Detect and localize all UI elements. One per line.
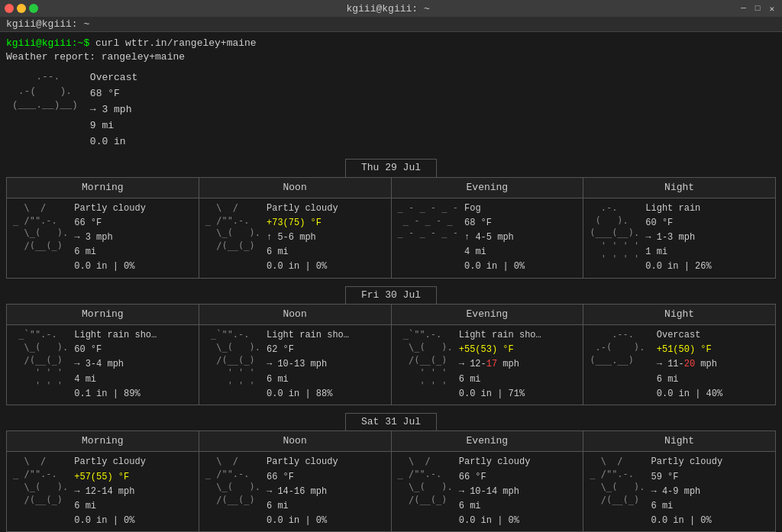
- period-header: Night: [583, 431, 776, 452]
- forecast-temp: 59 °F: [651, 470, 723, 485]
- day-header: Sat 31 Jul: [345, 413, 437, 431]
- forecast-visibility: 6 mi: [74, 499, 146, 514]
- forecast-temp: 60 °F: [74, 343, 157, 357]
- day-header: Fri 30 Jul: [345, 286, 437, 305]
- period-header: Morning: [7, 431, 199, 452]
- forecast-ascii-art: \ / _ /"".-. \_( ). /(__(_): [13, 455, 68, 506]
- forecast-ascii-art: \ / _ /"".-. \_( ). /(__(_): [205, 455, 260, 506]
- forecast-info: Partly cloudy66 °F→ 3 mph6 mi0.0 in | 0%: [74, 202, 146, 275]
- current-weather: .--. .-( ). (___.__)__) Overcast 68 °F →…: [12, 70, 776, 150]
- forecast-visibility: 1 mi: [645, 245, 711, 260]
- forecast-temp: 62 °F: [267, 343, 349, 357]
- period-content: \ / _ /"".-. \_( ). /(__(_) Partly cloud…: [205, 202, 385, 275]
- command: curl wttr.in/rangeley+maine: [89, 37, 256, 49]
- forecast-visibility: 6 mi: [74, 245, 146, 260]
- period-content: _ - _ - _ - _ - _ - _ _ - _ - _ - Fog68 …: [398, 202, 577, 275]
- forecast-precip: 0.0 in | 0%: [651, 514, 723, 528]
- forecast-info: Partly cloudy66 °F→ 14-16 mph6 mi0.0 in …: [267, 455, 338, 528]
- forecast-condition: Partly cloudy: [651, 455, 723, 469]
- forecast-temp: 66 °F: [459, 470, 531, 485]
- day-section: Sat 31 JulMorningNoonEveningNight \ / _ …: [6, 413, 776, 532]
- current-precip: 0.0 in: [90, 134, 137, 150]
- period-header: Noon: [199, 431, 391, 452]
- weather-report-label: Weather report: rangeley+maine: [6, 50, 776, 64]
- forecast-precip: 0.0 in | 0%: [459, 514, 531, 528]
- forecast-precip: 0.0 in | 0%: [74, 514, 146, 528]
- minimize-dot[interactable]: [17, 4, 26, 13]
- forecast-precip: 0.0 in | 0%: [267, 260, 338, 274]
- period-header: Morning: [7, 304, 199, 324]
- tab-label[interactable]: kgiii@kgiii: ~: [6, 18, 89, 30]
- forecast-info: Partly cloudy66 °F→ 10-14 mph6 mi0.0 in …: [459, 455, 531, 528]
- restore-button[interactable]: □: [752, 4, 764, 14]
- forecast-info: Light rain sho…60 °F→ 3-4 mph4 mi0.1 in …: [74, 328, 157, 401]
- forecast-info: Light rain60 °F→ 1-3 mph1 mi0.0 in | 26%: [645, 202, 711, 275]
- day-header-row: Sat 31 Jul: [6, 413, 776, 431]
- title-bar-left: [5, 4, 38, 13]
- forecast-ascii-art: \ / _ /"".-. \_( ). /(__(_): [13, 202, 68, 253]
- terminal: kgiii@kgiii:~$ curl wttr.in/rangeley+mai…: [0, 32, 782, 532]
- forecast-condition: Partly cloudy: [459, 455, 531, 469]
- forecast-wind: → 1-3 mph: [645, 231, 711, 245]
- forecast-info: Partly cloudy+57(55) °F→ 12-14 mph6 mi0.…: [74, 455, 146, 528]
- forecast-temp: +57(55) °F: [74, 470, 146, 485]
- period-content: \ / _ /"".-. \_( ). /(__(_) Partly cloud…: [398, 455, 577, 528]
- forecast-ascii-art: _`"".-. \_( ). /(__(_) ' ' ' ' ' ': [13, 328, 68, 392]
- period-cell: .--. .-( ). (___.__) Overcast+51(50) °F→…: [583, 325, 776, 405]
- period-cell: _`"".-. \_( ). /(__(_) ' ' ' ' ' ' Light…: [391, 325, 583, 405]
- forecast-wind: → 10-14 mph: [459, 485, 531, 499]
- period-content: _`"".-. \_( ). /(__(_) ' ' ' ' ' ' Light…: [13, 328, 192, 401]
- forecast-precip: 0.0 in | 71%: [459, 387, 541, 401]
- forecast-temp: 68 °F: [464, 216, 525, 231]
- forecast-ascii-art: \ / _ /"".-. \_( ). /(__(_): [205, 202, 260, 253]
- period-content: .--. .-( ). (___.__) Overcast+51(50) °F→…: [590, 328, 769, 401]
- forecast-visibility: 6 mi: [459, 499, 531, 514]
- forecast-condition: Partly cloudy: [267, 202, 338, 216]
- forecast-visibility: 6 mi: [651, 499, 723, 514]
- period-cell: _`"".-. \_( ). /(__(_) ' ' ' ' ' ' Light…: [7, 325, 199, 405]
- forecast-visibility: 4 mi: [74, 372, 157, 387]
- day-header-row: Fri 30 Jul: [6, 286, 776, 305]
- forecast-table: MorningNoonEveningNight \ / _ /"".-. \_(…: [6, 177, 776, 279]
- period-header: Morning: [7, 177, 199, 198]
- forecast-visibility: 6 mi: [459, 372, 541, 387]
- day-header: Thu 29 Jul: [345, 159, 437, 177]
- period-header: Evening: [391, 431, 583, 452]
- minimize-button[interactable]: ─: [738, 4, 749, 14]
- forecast-condition: Light rain: [645, 202, 711, 216]
- forecast-wind: → 12-14 mph: [74, 485, 146, 499]
- forecast-info: Partly cloudy+73(75) °F↑ 5-6 mph6 mi0.0 …: [267, 202, 338, 275]
- period-content: _`"".-. \_( ). /(__(_) ' ' ' ' ' ' Light…: [205, 328, 385, 401]
- forecast-ascii-art: _ - _ - _ - _ - _ - _ _ - _ - _ -: [398, 202, 458, 240]
- tab-bar: kgiii@kgiii: ~: [0, 17, 782, 32]
- title-bar: kgiii@kgiii: ~ ─ □ ✕: [0, 0, 782, 17]
- current-condition: Overcast: [90, 70, 137, 86]
- period-content: .-. ( ). (___(__). ' ' ' ' ' ' ' ' Light…: [590, 202, 769, 275]
- close-dot[interactable]: [5, 4, 14, 13]
- close-button[interactable]: ✕: [766, 4, 777, 14]
- forecast-info: Overcast+51(50) °F→ 11-20 mph6 mi0.0 in …: [657, 328, 722, 401]
- forecast-info: Light rain sho…62 °F→ 10-13 mph6 mi0.0 i…: [267, 328, 349, 401]
- period-cell: \ / _ /"".-. \_( ). /(__(_) Partly cloud…: [391, 452, 583, 532]
- forecast-temp: 60 °F: [645, 216, 711, 231]
- forecast-wind: → 4-9 mph: [651, 485, 723, 499]
- forecast-condition: Partly cloudy: [267, 455, 338, 469]
- forecast-wind: → 10-13 mph: [267, 357, 349, 372]
- forecast-condition: Light rain sho…: [459, 328, 541, 343]
- forecast-ascii-art: .-. ( ). (___(__). ' ' ' ' ' ' ' ': [590, 202, 639, 266]
- forecast-temp: +73(75) °F: [267, 216, 338, 231]
- current-vis: 9 mi: [90, 118, 137, 134]
- forecast-table: MorningNoonEveningNight \ / _ /"".-. \_(…: [6, 430, 776, 532]
- forecast-temp: 66 °F: [74, 216, 146, 231]
- forecast-condition: Partly cloudy: [74, 202, 146, 216]
- forecast-ascii-art: .--. .-( ). (___.__): [590, 328, 650, 366]
- current-temp: 68 °F: [90, 86, 137, 102]
- period-content: \ / _ /"".-. \_( ). /(__(_) Partly cloud…: [13, 202, 192, 275]
- forecast-precip: 0.0 in | 0%: [74, 260, 146, 274]
- maximize-dot[interactable]: [29, 4, 38, 13]
- forecast-precip: 0.1 in | 89%: [74, 387, 157, 401]
- day-sections: Thu 29 JulMorningNoonEveningNight \ / _ …: [6, 159, 776, 532]
- day-header-row: Thu 29 Jul: [6, 159, 776, 177]
- period-cell: .-. ( ). (___(__). ' ' ' ' ' ' ' ' Light…: [583, 198, 776, 278]
- forecast-temp: +51(50) °F: [657, 343, 722, 357]
